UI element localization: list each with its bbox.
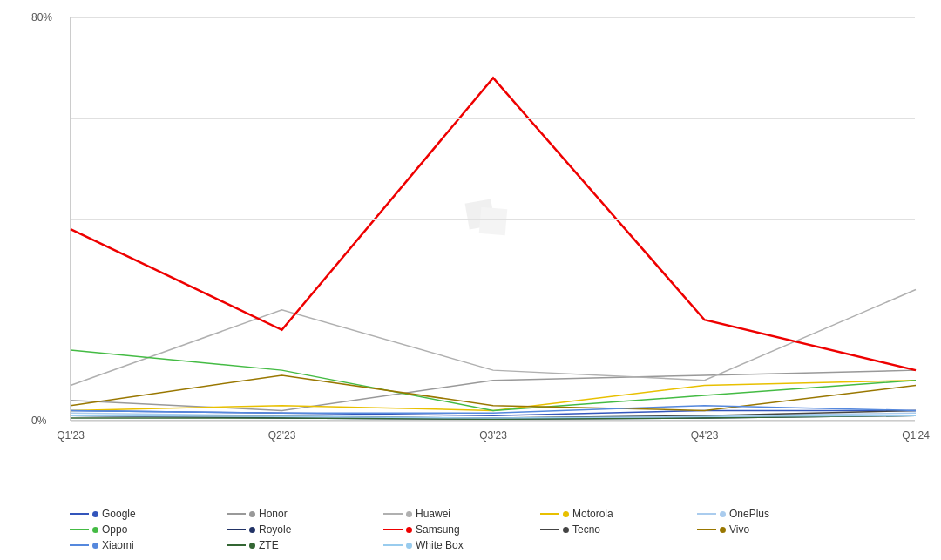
legend-dot (249, 543, 255, 549)
legend-dot (563, 527, 569, 533)
legend: GoogleHonorHuaweiMotorolaOnePlusOppoRoyo… (70, 508, 854, 551)
legend-line-color (383, 513, 403, 515)
chart-area: 0%80%Q1'23Q2'23Q3'23Q4'23Q1'24 (70, 17, 915, 421)
legend-item-royole: Royole (227, 523, 383, 536)
legend-line-color (227, 513, 246, 515)
legend-item-label: Huawei (416, 508, 450, 520)
legend-item-label: ZTE (259, 539, 279, 551)
legend-line-color (697, 529, 716, 530)
legend-item-xiaomi: Xiaomi (70, 539, 227, 551)
legend-item-label: Honor (259, 508, 288, 520)
legend-item-label: Royole (259, 523, 291, 536)
legend-line-color (227, 529, 246, 530)
legend-line-color (70, 529, 89, 530)
legend-item-label: Motorola (572, 508, 613, 520)
legend-item-label: Google (102, 508, 136, 520)
legend-item-label: Xiaomi (102, 539, 134, 551)
legend-item-zte: ZTE (227, 539, 383, 551)
grid-line (71, 320, 915, 320)
grid-line (71, 219, 915, 220)
y-axis-tick-label: 80% (31, 11, 52, 24)
legend-item-honor: Honor (227, 508, 383, 520)
legend-item-tecno: Tecno (540, 523, 697, 536)
legend-item-label: Vivo (729, 523, 749, 536)
legend-dot (563, 511, 569, 517)
series-line-samsung (71, 78, 916, 370)
legend-line-color (383, 544, 403, 546)
x-axis-tick-label: Q1'24 (902, 429, 930, 442)
x-axis-tick-label: Q4'23 (691, 429, 719, 442)
legend-line-color (70, 513, 89, 515)
chart-container: 0%80%Q1'23Q2'23Q3'23Q4'23Q1'24 GoogleHon… (0, 0, 941, 560)
series-line-huawei (71, 290, 916, 386)
legend-dot (720, 511, 726, 517)
legend-item-label: Tecno (572, 523, 600, 536)
y-axis-tick-label: 0% (31, 415, 46, 427)
legend-item-vivo: Vivo (697, 523, 854, 536)
legend-item-oneplus: OnePlus (697, 508, 854, 520)
x-axis-tick-label: Q1'23 (57, 429, 85, 442)
legend-item-label: Samsung (416, 523, 460, 536)
x-axis-tick-label: Q2'23 (268, 429, 296, 442)
legend-dot (92, 527, 98, 533)
legend-line-color (697, 513, 716, 515)
grid-line (71, 17, 915, 18)
series-line-honor (71, 370, 916, 410)
legend-line-color (383, 529, 403, 530)
legend-dot (92, 511, 98, 517)
legend-line-color (540, 529, 559, 530)
legend-item-samsung: Samsung (383, 523, 540, 536)
legend-item-label: OnePlus (729, 508, 769, 520)
legend-dot (720, 527, 726, 533)
grid-line (71, 118, 915, 119)
legend-line-color (540, 513, 559, 515)
legend-item-label: White Box (416, 539, 464, 551)
legend-item-white-box: White Box (383, 539, 540, 551)
legend-dot (406, 511, 412, 517)
legend-line-color (227, 544, 246, 546)
legend-item-label: Oppo (102, 523, 127, 536)
legend-item-oppo: Oppo (70, 523, 227, 536)
legend-item-google: Google (70, 508, 227, 520)
legend-dot (92, 543, 98, 549)
legend-dot (249, 511, 255, 517)
legend-line-color (70, 544, 89, 546)
legend-dot (406, 543, 412, 549)
legend-dot (406, 527, 412, 533)
x-axis-tick-label: Q3'23 (479, 429, 507, 442)
legend-item-huawei: Huawei (383, 508, 540, 520)
legend-item-motorola: Motorola (540, 508, 697, 520)
legend-dot (249, 527, 255, 533)
grid-line (71, 421, 915, 422)
